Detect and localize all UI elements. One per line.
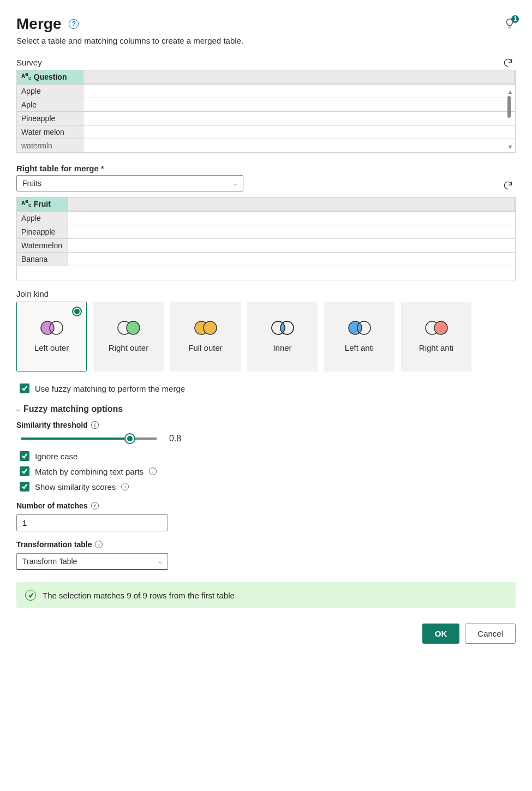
suggestions-badge: 1 — [511, 15, 519, 23]
ignore-case-checkbox[interactable]: Ignore case — [20, 451, 516, 461]
venn-icon — [116, 320, 141, 335]
info-icon[interactable]: i — [121, 483, 129, 490]
right-table-select[interactable]: Fruits ⌵ — [16, 175, 243, 191]
right-table[interactable]: ABC Fruit ApplePineappleWatermelonBanana — [16, 197, 516, 280]
threshold-slider[interactable] — [21, 434, 157, 444]
page-subtitle: Select a table and matching columns to c… — [16, 36, 516, 45]
table-row[interactable]: Apple — [17, 84, 515, 98]
left-table[interactable]: ABC Question AppleAplePineappleWater mel… — [16, 70, 516, 153]
left-table-label: Survey — [16, 58, 42, 67]
venn-icon — [193, 320, 218, 335]
transform-table-select[interactable]: Transform Table ⌵ — [16, 553, 168, 570]
table-row[interactable]: Pineapple — [17, 111, 515, 125]
page-title: Merge — [16, 15, 61, 33]
refresh-icon[interactable] — [503, 57, 513, 70]
transform-table-value: Transform Table — [22, 557, 77, 566]
status-bar: The selection matches 9 of 9 rows from t… — [16, 582, 516, 608]
table-row[interactable]: watermln — [17, 139, 515, 152]
join-option-label: Right outer — [105, 343, 152, 353]
use-fuzzy-label: Use fuzzy matching to perform the merge — [35, 384, 185, 393]
table-row[interactable]: Water melon — [17, 125, 515, 139]
refresh-icon[interactable] — [503, 180, 513, 193]
num-matches-input[interactable] — [16, 514, 168, 531]
join-option-left-outer[interactable]: Left outer — [16, 302, 87, 371]
num-matches-label: Number of matches i — [16, 501, 516, 510]
column-header[interactable]: ABC Question — [17, 70, 83, 83]
column-name: Fruit — [34, 200, 51, 208]
use-fuzzy-checkbox[interactable]: Use fuzzy matching to perform the merge — [20, 383, 516, 393]
threshold-value: 0.8 — [169, 434, 181, 444]
info-icon[interactable]: i — [91, 421, 99, 429]
join-option-right-anti[interactable]: Right anti — [401, 302, 471, 371]
text-type-icon: ABC — [21, 73, 32, 81]
show-scores-label: Show similarity scores — [35, 482, 116, 492]
venn-icon — [424, 320, 449, 335]
column-header[interactable]: ABC Fruit — [17, 197, 68, 211]
info-icon[interactable]: i — [91, 502, 99, 510]
svg-point-5 — [204, 321, 217, 334]
right-table-selected: Fruits — [22, 179, 41, 188]
right-table-section-label: Right table for merge* — [16, 164, 516, 173]
success-icon — [25, 590, 36, 601]
join-kind-label: Join kind — [16, 289, 516, 298]
table-row[interactable]: Banana — [17, 252, 515, 266]
table-row[interactable]: Aple — [17, 98, 515, 111]
combine-parts-label: Match by combining text parts — [35, 467, 144, 476]
ok-button[interactable]: OK — [422, 624, 460, 644]
cancel-button[interactable]: Cancel — [465, 624, 516, 644]
combine-parts-checkbox[interactable]: Match by combining text parts i — [20, 466, 516, 476]
column-name: Question — [34, 73, 67, 81]
join-option-right-outer[interactable]: Right outer — [93, 302, 164, 371]
transform-table-label: Transformation table i — [16, 540, 516, 549]
table-row[interactable]: Apple — [17, 211, 515, 225]
venn-icon — [270, 320, 295, 335]
table-row[interactable]: Pineapple — [17, 225, 515, 238]
svg-point-3 — [127, 321, 140, 334]
fuzzy-options-expander[interactable]: ⌵ Fuzzy matching options — [16, 404, 516, 414]
threshold-label: Similarity threshold i — [16, 421, 516, 429]
join-option-label: Inner — [270, 343, 295, 353]
status-message: The selection matches 9 of 9 rows from t… — [43, 591, 235, 600]
join-option-label: Left anti — [342, 343, 377, 353]
scrollbar[interactable]: ▲ ▼ — [505, 87, 515, 152]
chevron-down-icon: ⌵ — [234, 179, 237, 187]
suggestions-icon[interactable]: 1 — [504, 17, 516, 31]
svg-point-13 — [434, 321, 447, 334]
help-icon[interactable]: ? — [69, 19, 79, 29]
info-icon[interactable]: i — [149, 468, 157, 475]
venn-icon — [39, 320, 64, 335]
join-option-left-anti[interactable]: Left anti — [324, 302, 394, 371]
info-icon[interactable]: i — [95, 541, 103, 548]
join-option-label: Right anti — [416, 343, 457, 353]
join-option-inner[interactable]: Inner — [247, 302, 318, 371]
join-option-label: Full outer — [185, 343, 226, 353]
chevron-down-icon: ⌵ — [16, 405, 20, 413]
fuzzy-options-label: Fuzzy matching options — [23, 404, 123, 414]
join-option-label: Left outer — [31, 343, 72, 353]
venn-icon — [347, 320, 372, 335]
ignore-case-label: Ignore case — [35, 452, 77, 461]
chevron-down-icon: ⌵ — [158, 558, 162, 565]
table-row[interactable]: Watermelon — [17, 238, 515, 252]
text-type-icon: ABC — [21, 200, 32, 208]
show-scores-checkbox[interactable]: Show similarity scores i — [20, 482, 516, 492]
join-option-full-outer[interactable]: Full outer — [170, 302, 241, 371]
